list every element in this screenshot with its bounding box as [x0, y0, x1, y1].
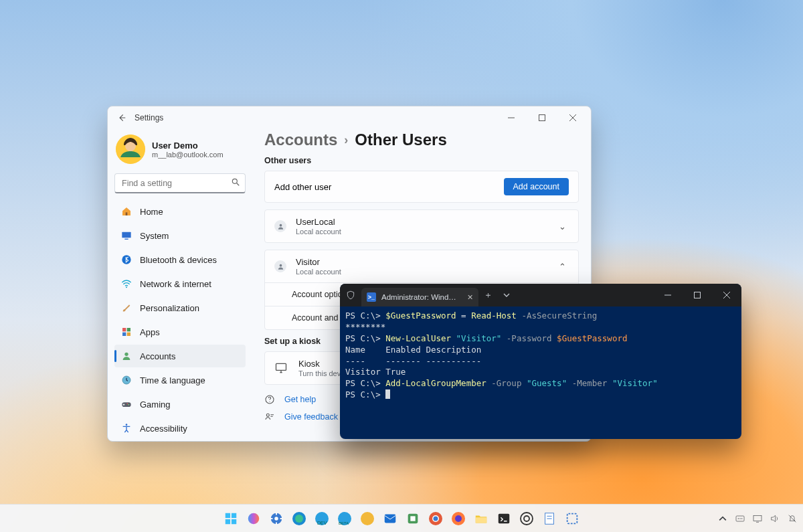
back-button[interactable]	[110, 113, 133, 122]
taskbar-start[interactable]	[221, 509, 240, 528]
user-row[interactable]: VisitorLocal account ⌃	[265, 250, 578, 282]
sidebar-search[interactable]	[114, 173, 246, 193]
taskbar-explorer[interactable]	[472, 509, 490, 528]
minimize-icon	[664, 292, 671, 298]
profile[interactable]: User Demo m__lab@outlook.com	[114, 132, 246, 173]
svg-point-10	[126, 286, 127, 288]
add-account-button[interactable]: Add account	[504, 178, 569, 195]
tray-notifications[interactable]	[787, 513, 798, 524]
new-tab-button[interactable]: ＋	[478, 289, 497, 301]
taskbar-notepad[interactable]	[540, 509, 559, 528]
sidebar-item-wifi[interactable]: Network & internet	[114, 272, 246, 295]
svg-rect-14	[127, 333, 130, 336]
taskbar-edge-dev[interactable]: DEV	[313, 509, 331, 528]
terminal-tab[interactable]: >_ Administrator: Windows PowerShell ✕	[361, 288, 478, 306]
svg-rect-52	[410, 516, 415, 521]
sidebar-item-time[interactable]: Time & language	[114, 369, 246, 391]
svg-point-22	[279, 224, 282, 226]
svg-point-38	[274, 517, 278, 521]
sidebar-item-apps[interactable]: Apps	[114, 321, 246, 343]
sidebar-item-home[interactable]: Home	[114, 200, 246, 223]
avatar	[116, 135, 145, 164]
terminal-minimize-button[interactable]	[653, 284, 683, 306]
taskbar-copilot[interactable]	[244, 509, 263, 528]
taskbar-edge-canary[interactable]	[358, 509, 377, 528]
minimize-button[interactable]	[496, 106, 527, 129]
terminal-maximize-button[interactable]	[683, 284, 712, 306]
tab-dropdown-button[interactable]	[497, 292, 516, 298]
taskbar-firefox[interactable]	[449, 509, 468, 528]
taskbar-msto[interactable]	[404, 509, 422, 528]
system-icon	[121, 230, 132, 241]
breadcrumb-current: Other Users	[355, 130, 446, 149]
powershell-icon: >_	[367, 292, 376, 302]
add-user-card: Add other user Add account	[264, 171, 579, 203]
tray-volume[interactable]	[770, 513, 780, 524]
sidebar-item-privacy[interactable]: Privacy & security	[114, 441, 246, 442]
sidebar-item-bluetooth[interactable]: Bluetooth & devices	[114, 248, 246, 271]
chevron-right-icon: ›	[344, 133, 348, 147]
svg-rect-31	[695, 292, 701, 298]
taskbar-edge-beta[interactable]: BETA	[335, 509, 354, 528]
help-icon	[264, 394, 276, 405]
svg-rect-8	[124, 239, 128, 240]
home-icon	[121, 206, 132, 217]
svg-point-4	[232, 179, 237, 183]
chevron-up-icon[interactable]: ⌃	[555, 262, 569, 272]
sidebar-item-label: Accessibility	[140, 424, 187, 434]
svg-point-19	[128, 404, 129, 406]
taskbar-settings[interactable]	[267, 509, 286, 528]
svg-rect-11	[122, 328, 126, 331]
maximize-button[interactable]	[527, 106, 557, 129]
terminal-close-button[interactable]	[712, 284, 741, 306]
svg-point-9	[122, 255, 130, 264]
terminal-body[interactable]: PS C:\> $GuestPassword = Read-Host -AsSe…	[340, 306, 741, 439]
tray-ime[interactable]	[735, 513, 745, 524]
taskbar-edge[interactable]	[290, 509, 308, 528]
svg-point-68	[739, 518, 740, 519]
sidebar-item-gaming[interactable]: Gaming	[114, 393, 246, 416]
svg-rect-33	[232, 513, 236, 517]
tab-close-button[interactable]: ✕	[467, 293, 473, 302]
svg-rect-7	[122, 232, 130, 238]
settings-sidebar: User Demo m__lab@outlook.com HomeSystemB…	[108, 129, 252, 441]
svg-line-72	[789, 515, 796, 522]
taskbar-terminal[interactable]	[495, 509, 513, 528]
breadcrumb-parent[interactable]: Accounts	[264, 130, 337, 149]
taskbar-mail[interactable]	[381, 509, 399, 528]
svg-rect-70	[753, 515, 762, 521]
brush-icon	[121, 302, 132, 313]
search-icon	[231, 177, 240, 187]
settings-nav: HomeSystemBluetooth & devicesNetwork & i…	[114, 200, 246, 442]
user-row[interactable]: UserLocalLocal account ⌄	[265, 210, 578, 242]
search-input[interactable]	[114, 173, 246, 193]
close-icon	[569, 114, 576, 121]
sidebar-item-brush[interactable]: Personalization	[114, 296, 246, 319]
tray-chevron-up[interactable]	[717, 513, 728, 524]
sidebar-item-label: Home	[140, 207, 163, 217]
sidebar-item-system[interactable]: System	[114, 224, 246, 247]
tray-tray[interactable]	[752, 513, 763, 524]
maximize-icon	[539, 114, 545, 121]
terminal-titlebar: >_ Administrator: Windows PowerShell ✕ ＋	[340, 284, 741, 306]
profile-email: m__lab@outlook.com	[152, 151, 224, 159]
sidebar-item-accessibility[interactable]: Accessibility	[114, 417, 246, 440]
wifi-icon	[121, 278, 132, 289]
taskbar-openai[interactable]	[517, 509, 536, 528]
svg-rect-65	[567, 513, 577, 523]
sidebar-item-accounts[interactable]: Accounts	[114, 345, 246, 367]
svg-rect-59	[499, 513, 510, 523]
sidebar-item-label: Time & language	[140, 375, 205, 385]
taskbar-chrome[interactable]	[426, 509, 445, 528]
section-other-users: Other users	[264, 156, 579, 165]
taskbar-snip[interactable]	[563, 509, 582, 528]
svg-point-60	[521, 513, 533, 525]
svg-point-21	[126, 424, 128, 426]
person-icon	[274, 220, 286, 232]
svg-point-28	[269, 401, 270, 402]
svg-point-23	[279, 264, 282, 266]
chevron-down-icon[interactable]: ⌄	[555, 221, 569, 232]
close-button[interactable]	[557, 106, 588, 129]
svg-rect-6	[126, 212, 128, 215]
svg-point-15	[124, 353, 128, 356]
